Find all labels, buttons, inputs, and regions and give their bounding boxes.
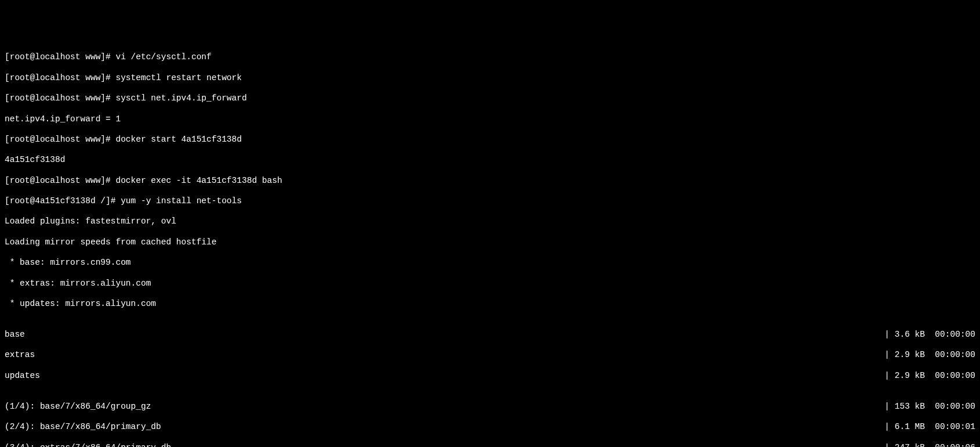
prompt: [root@4a151cf3138d /]# [5,196,121,207]
dl-size: | 247 kB 00:00:06 [884,443,975,447]
terminal-output[interactable]: [root@localhost www]# vi /etc/sysctl.con… [5,42,975,447]
repo-size: | 2.9 kB 00:00:00 [884,350,975,361]
cmd-line: [root@4a151cf3138d /]# yum -y install ne… [5,196,975,207]
repo-size: | 2.9 kB 00:00:00 [884,371,975,381]
output-line: * updates: mirrors.aliyun.com [5,299,975,309]
dl-name: (1/4): base/7/x86_64/group_gz [5,402,151,412]
cmd-line: [root@localhost www]# vi /etc/sysctl.con… [5,52,975,63]
command: docker exec -it 4a151cf3138d bash [115,176,282,186]
repo-name: base [5,330,25,340]
dl-size: | 6.1 MB 00:00:01 [884,422,975,432]
command: yum -y install net-tools [121,196,242,207]
dl-name: (3/4): extras/7/x86_64/primary_db [5,443,171,447]
output-line: net.ipv4.ip_forward = 1 [5,114,975,125]
prompt: [root@localhost www]# [5,93,115,104]
output-line: 4a151cf3138d [5,155,975,165]
repo-line: extras| 2.9 kB 00:00:00 [5,350,975,361]
prompt: [root@localhost www]# [5,52,115,63]
command: vi /etc/sysctl.conf [115,52,211,63]
download-line: (3/4): extras/7/x86_64/primary_db| 247 k… [5,443,975,447]
command: sysctl net.ipv4.ip_forward [115,93,246,104]
prompt: [root@localhost www]# [5,176,115,186]
repo-name: updates [5,371,40,381]
cmd-line: [root@localhost www]# sysctl net.ipv4.ip… [5,93,975,104]
command: docker start 4a151cf3138d [115,135,242,145]
command: systemctl restart network [115,73,242,84]
repo-line: base| 3.6 kB 00:00:00 [5,330,975,340]
cmd-line: [root@localhost www]# docker exec -it 4a… [5,176,975,186]
output-line: * extras: mirrors.aliyun.com [5,279,975,289]
repo-line: updates| 2.9 kB 00:00:00 [5,371,975,381]
download-line: (2/4): base/7/x86_64/primary_db| 6.1 MB … [5,422,975,432]
prompt: [root@localhost www]# [5,135,115,145]
output-line: * base: mirrors.cn99.com [5,258,975,268]
repo-name: extras [5,350,35,361]
prompt: [root@localhost www]# [5,73,115,84]
output-line: Loaded plugins: fastestmirror, ovl [5,217,975,227]
repo-size: | 3.6 kB 00:00:00 [884,330,975,340]
download-line: (1/4): base/7/x86_64/group_gz| 153 kB 00… [5,402,975,412]
cmd-line: [root@localhost www]# docker start 4a151… [5,135,975,145]
output-line: Loading mirror speeds from cached hostfi… [5,237,975,248]
dl-size: | 153 kB 00:00:00 [884,402,975,412]
dl-name: (2/4): base/7/x86_64/primary_db [5,422,161,432]
cmd-line: [root@localhost www]# systemctl restart … [5,73,975,84]
